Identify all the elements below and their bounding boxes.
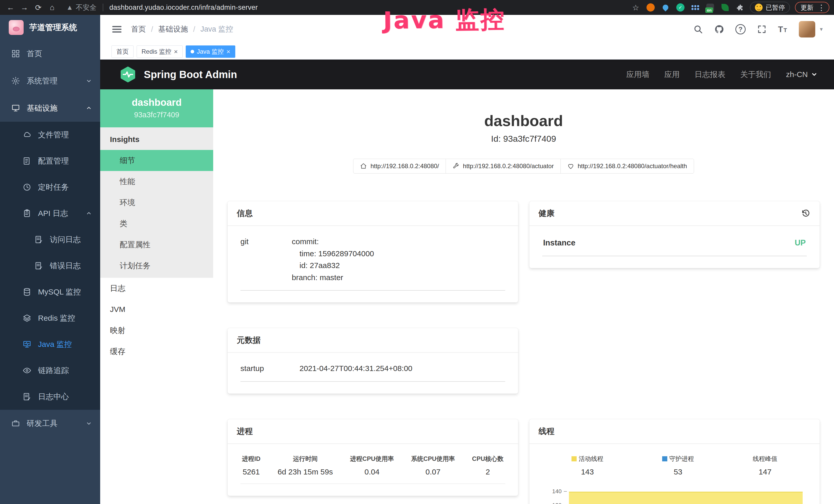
- update-button[interactable]: 更新 ⋮: [795, 2, 829, 13]
- close-icon[interactable]: ×: [226, 48, 231, 55]
- security-warning[interactable]: ▲ 不安全: [66, 3, 96, 12]
- health-row-label: Instance: [543, 238, 576, 248]
- address-bar[interactable]: ▲ 不安全 dashboard.yudao.iocoder.cn/infra/a…: [66, 3, 258, 12]
- sba-menu-details[interactable]: 细节: [100, 150, 213, 171]
- breadcrumb-home[interactable]: 首页: [131, 24, 146, 35]
- sba-navbar: Spring Boot Admin 应用墙 应用 日志报表 关于我们 zh-CN: [100, 60, 834, 89]
- sba-brand[interactable]: Spring Boot Admin: [144, 69, 237, 81]
- hamburger-icon[interactable]: [111, 24, 122, 35]
- process-col-system-cpu: 系统CPU使用率 0.07: [411, 455, 455, 476]
- sidebar-item-java-monitor[interactable]: Java 监控: [0, 331, 100, 358]
- sba-nav-about[interactable]: 关于我们: [740, 69, 771, 80]
- font-size-icon[interactable]: TT: [778, 25, 788, 34]
- forward-icon[interactable]: →: [19, 2, 30, 13]
- sba-logo-icon[interactable]: [120, 66, 136, 83]
- reload-icon[interactable]: ⟳: [32, 2, 44, 13]
- browser-menu-kebab-icon[interactable]: ⋮: [817, 3, 825, 12]
- sidebar-item-infrastructure[interactable]: 基础设施: [0, 94, 100, 122]
- gear-icon: [11, 76, 20, 85]
- legend-label: 线程峰值: [753, 455, 777, 463]
- git-time-line: time: 1596289704000: [292, 248, 374, 260]
- extension-drop-icon[interactable]: [661, 3, 671, 12]
- info-git-row: git commit: time: 1596289704000 id: 27aa…: [240, 236, 505, 291]
- browser-actions: ☆ ✓ on 已暂停 更新 ⋮: [631, 2, 829, 13]
- avatar[interactable]: [799, 21, 815, 38]
- sidebar-item-label: 定时任务: [38, 182, 69, 192]
- breadcrumb-infrastructure[interactable]: 基础设施: [158, 24, 188, 35]
- sidebar-logo[interactable]: 芋道管理系统: [0, 15, 100, 40]
- tab-java-monitor[interactable]: Java 监控 ×: [186, 45, 235, 58]
- home-icon[interactable]: ⌂: [46, 2, 58, 13]
- info-git-value: commit: time: 1596289704000 id: 27aa832 …: [292, 236, 374, 283]
- extension-grid-icon[interactable]: [690, 3, 700, 12]
- monitor-pulse-icon: [23, 340, 31, 349]
- legend-peak-threads: 线程峰值 147: [753, 455, 777, 476]
- info-card-title: 信息: [237, 208, 253, 219]
- process-col-pid: 进程ID 5261: [242, 455, 260, 476]
- spring-boot-admin: Spring Boot Admin 应用墙 应用 日志报表 关于我们 zh-CN: [100, 60, 834, 504]
- sidebar-item-redis-monitor[interactable]: Redis 监控: [0, 305, 100, 331]
- github-icon[interactable]: [714, 24, 724, 34]
- sba-language-select[interactable]: zh-CN: [786, 70, 817, 79]
- sidebar-item-log-center[interactable]: 日志中心: [0, 384, 100, 410]
- sba-menu-log[interactable]: 日志: [100, 278, 213, 299]
- sidebar-item-api-log[interactable]: API 日志: [0, 200, 100, 226]
- sba-menu-jvm[interactable]: JVM: [100, 299, 213, 320]
- tab-home[interactable]: 首页: [111, 45, 134, 58]
- metadata-startup-row: startup 2021-04-27T00:44:31.254+08:00: [240, 363, 505, 382]
- sba-menu-metrics[interactable]: 性能: [100, 171, 213, 192]
- endpoint-actuator-button[interactable]: http://192.168.0.2:48080/actuator: [446, 159, 561, 174]
- sba-nav-applications[interactable]: 应用: [664, 69, 680, 80]
- chevron-down-icon: [85, 77, 92, 85]
- health-heart-icon: [567, 163, 574, 169]
- sba-menu-environment[interactable]: 环境: [100, 192, 213, 213]
- sidebar-item-home[interactable]: 首页: [0, 40, 100, 67]
- sidebar-item-mysql-monitor[interactable]: MySQL 监控: [0, 279, 100, 305]
- sba-menu-scheduled-tasks[interactable]: 计划任务: [100, 255, 213, 276]
- process-col-label: CPU核心数: [472, 455, 504, 463]
- pig-logo-icon: [9, 20, 24, 35]
- sidebar-item-config-management[interactable]: 配置管理: [0, 148, 100, 174]
- paused-badge[interactable]: 已暂停: [750, 2, 790, 13]
- metadata-value: 2021-04-27T00:44:31.254+08:00: [300, 363, 413, 374]
- threads-legend: 活动线程 143 守护进程: [542, 454, 807, 476]
- search-icon[interactable]: [693, 24, 703, 34]
- sba-language-value: zh-CN: [786, 70, 808, 79]
- endpoint-health-button[interactable]: http://192.168.0.2:48080/actuator/health: [561, 159, 694, 174]
- close-icon[interactable]: ×: [174, 48, 178, 55]
- sidebar-item-file-management[interactable]: 文件管理: [0, 122, 100, 148]
- sidebar-item-access-log[interactable]: 访问日志: [0, 226, 100, 253]
- extension-teal-icon[interactable]: ✓: [676, 3, 685, 12]
- endpoint-home-button[interactable]: http://192.168.0.2:48080/: [353, 159, 446, 174]
- sba-menu-caches[interactable]: 缓存: [100, 341, 213, 362]
- sidebar-item-error-log[interactable]: 错误日志: [0, 253, 100, 279]
- sidebar-item-dev-tools[interactable]: 研发工具: [0, 410, 100, 437]
- info-card: 信息 git commit: time: 1596289704000 id: 2: [227, 201, 518, 302]
- help-icon[interactable]: ?: [736, 24, 746, 35]
- fullscreen-icon[interactable]: [757, 24, 767, 34]
- sidebar-item-tracing[interactable]: 链路追踪: [0, 358, 100, 384]
- process-card: 进程 进程ID 5261 运行时间: [227, 419, 518, 496]
- bookmark-star-icon[interactable]: ☆: [631, 3, 641, 12]
- endpoint-buttons: http://192.168.0.2:48080/ http://192.168…: [213, 159, 834, 174]
- extension-fox-icon[interactable]: [646, 3, 656, 12]
- url-text[interactable]: dashboard.yudao.iocoder.cn/infra/admin-s…: [109, 4, 258, 12]
- sba-nav-journal[interactable]: 日志报表: [695, 69, 725, 80]
- sba-nav-wallboard[interactable]: 应用墙: [626, 69, 649, 80]
- tags-bar: 首页 Redis 监控 × Java 监控 ×: [100, 44, 834, 60]
- sba-menu-mappings[interactable]: 映射: [100, 320, 213, 341]
- git-branch-line: branch: master: [292, 272, 374, 284]
- sba-menu-classes[interactable]: 类: [100, 213, 213, 234]
- extensions-puzzle-icon[interactable]: [735, 3, 745, 12]
- sidebar-item-scheduled-jobs[interactable]: 定时任务: [0, 174, 100, 200]
- sidebar-item-system-management[interactable]: 系统管理: [0, 67, 100, 94]
- extension-on-toggle[interactable]: on: [705, 3, 715, 12]
- admin-sidebar: 芋道管理系统 首页 系统管理 基础设施 文件管理: [0, 15, 100, 504]
- chevron-up-icon: [85, 105, 92, 112]
- history-icon[interactable]: [801, 209, 810, 218]
- back-icon[interactable]: ←: [5, 2, 17, 13]
- extension-leaf-icon[interactable]: [720, 3, 730, 12]
- instance-header[interactable]: dashboard 93a3fc7f7409: [100, 89, 213, 127]
- sba-menu-config-props[interactable]: 配置属性: [100, 234, 213, 255]
- tab-redis-monitor[interactable]: Redis 监控 ×: [137, 45, 183, 58]
